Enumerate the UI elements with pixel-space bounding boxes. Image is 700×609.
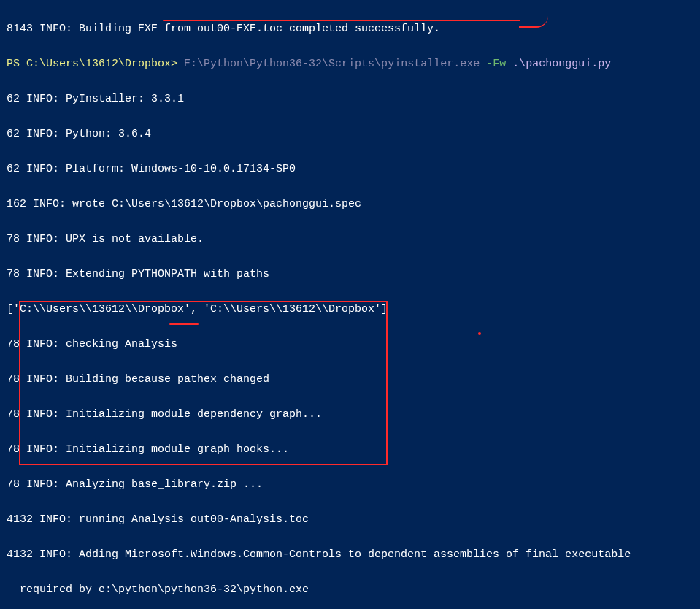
prompt-cwd: C:\Users\13612\Dropbox <box>26 58 171 70</box>
log-line: 62 INFO: Python: 3.6.4 <box>7 129 700 140</box>
log-line: 8143 INFO: Building EXE from out00-EXE.t… <box>7 23 700 35</box>
log-line: 62 INFO: Platform: Windows-10-10.0.17134… <box>7 164 700 175</box>
log-line: 162 INFO: wrote C:\Users\13612\Dropbox\p… <box>7 199 700 210</box>
log-line: 4132 INFO: running Analysis out00-Analys… <box>7 514 700 526</box>
log-line: required by e:\python\python36-32\python… <box>7 584 700 596</box>
command-flags: -Fw <box>480 58 506 70</box>
annotation-rectangle <box>19 301 388 465</box>
prompt-ps: PS <box>7 58 26 70</box>
command-arg: .\pachonggui.py <box>506 58 611 70</box>
annotation-dot <box>478 332 481 335</box>
prompt-line[interactable]: PS C:\Users\13612\Dropbox> E:\Python\Pyt… <box>7 58 700 70</box>
log-line: 62 INFO: PyInstaller: 3.3.1 <box>7 93 700 105</box>
log-line: 4132 INFO: Adding Microsoft.Windows.Comm… <box>7 549 700 561</box>
log-line: 78 INFO: Extending PYTHONPATH with paths <box>7 269 700 280</box>
log-line: 78 INFO: UPX is not available. <box>7 234 700 245</box>
log-line: 78 INFO: Analyzing base_library.zip ... <box>7 479 700 491</box>
command-exe: E:\Python\Python36-32\Scripts\pyinstalle… <box>177 58 480 70</box>
prompt-sep: > <box>171 58 177 70</box>
annotation-underline-command <box>163 20 520 21</box>
